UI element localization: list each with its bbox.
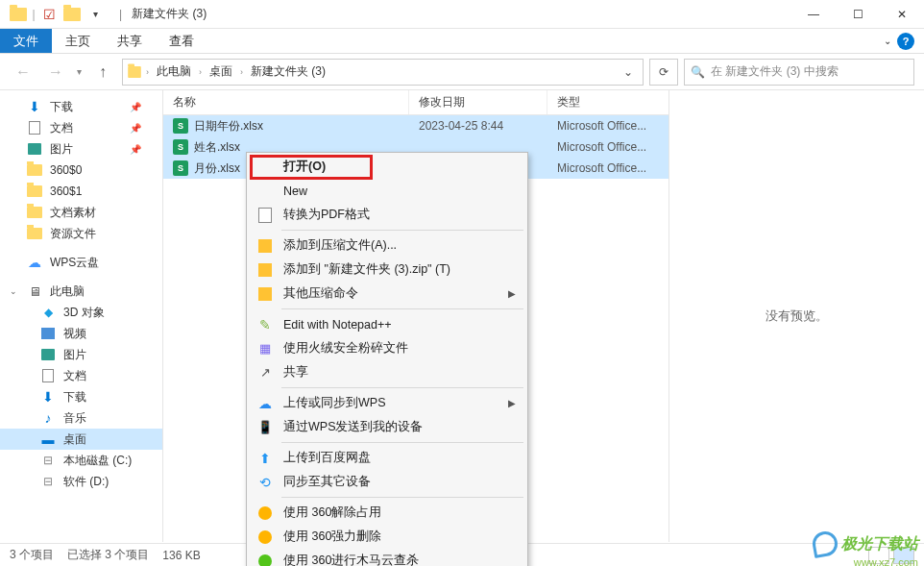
qat-overflow[interactable]: ▾: [85, 4, 106, 25]
titlebar: | ☑ ▾ | 新建文件夹 (3) — ☐ ✕: [0, 0, 924, 29]
music-icon: ♪: [40, 410, 56, 426]
nav-item[interactable]: ♪音乐: [0, 407, 162, 429]
nav-item[interactable]: 360$0: [0, 160, 162, 181]
pdf-icon: [256, 207, 274, 224]
crumb-pc[interactable]: 此电脑: [153, 62, 195, 82]
status-size: 136 KB: [162, 549, 200, 562]
search-box[interactable]: 🔍 在 新建文件夹 (3) 中搜索: [684, 59, 914, 86]
minimize-button[interactable]: —: [791, 0, 836, 29]
file-name: 日期年份.xlsx: [194, 118, 263, 135]
folder-icon[interactable]: [8, 4, 29, 25]
nav-item[interactable]: 文档: [0, 365, 162, 386]
nav-item[interactable]: ⬇下载📌: [0, 96, 162, 117]
history-dropdown[interactable]: ▾: [77, 66, 82, 77]
ctx-open[interactable]: 打开(O): [249, 155, 525, 179]
xlsx-icon: S: [173, 160, 188, 176]
ctx-360-scan[interactable]: 使用 360进行木马云查杀: [249, 549, 525, 566]
nav-this-pc[interactable]: ⌄ 🖥 此电脑: [0, 281, 162, 302]
nav-item[interactable]: 视频: [0, 323, 162, 344]
360-icon: [256, 553, 274, 567]
nav-item[interactable]: 文档素材: [0, 202, 162, 223]
header-type[interactable]: 类型: [547, 90, 669, 114]
back-button[interactable]: ←: [10, 59, 36, 86]
wps-cloud-icon: ☁: [256, 395, 274, 412]
address-bar[interactable]: › 此电脑 › 桌面 › 新建文件夹 (3) ⌄: [122, 59, 644, 86]
nav-label: 文档素材: [50, 205, 96, 221]
nav-label: 下载: [50, 99, 73, 115]
ctx-wps-sync[interactable]: ☁上传或同步到WPS▶: [249, 391, 525, 415]
ctx-add-zip[interactable]: 添加到 "新建文件夹 (3).zip" (T): [249, 258, 525, 282]
ctx-pdf[interactable]: 转换为PDF格式: [249, 203, 525, 227]
ribbon-help: ⌄ ?: [884, 29, 924, 53]
file-type: Microsoft Office...: [547, 119, 669, 133]
ctx-new[interactable]: New: [249, 179, 525, 203]
download-icon: ⬇: [40, 389, 56, 405]
ctx-360-unlock[interactable]: 使用 360解除占用: [249, 501, 525, 525]
refresh-button[interactable]: ⟳: [649, 59, 678, 86]
file-date: 2023-04-25 8:44: [409, 119, 547, 133]
folder-icon: [27, 205, 42, 220]
ctx-notepad[interactable]: ✎Edit with Notepad++: [249, 312, 525, 336]
close-button[interactable]: ✕: [880, 0, 924, 29]
header-name[interactable]: 名称: [163, 90, 409, 114]
search-icon: 🔍: [691, 65, 705, 79]
search-placeholder: 在 新建文件夹 (3) 中搜索: [711, 63, 839, 80]
nav-item[interactable]: ◆3D 对象: [0, 302, 162, 323]
archive-icon: [256, 261, 274, 279]
separator: [281, 230, 523, 231]
nav-wps-cloud[interactable]: ☁ WPS云盘: [0, 252, 162, 273]
nav-item[interactable]: 360$1: [0, 181, 162, 202]
nav-label: 本地磁盘 (C:): [63, 453, 132, 469]
up-button[interactable]: ↑: [89, 59, 116, 86]
checkbox-icon[interactable]: ☑: [38, 4, 60, 25]
nav-item[interactable]: 图片📌: [0, 138, 162, 160]
ctx-share[interactable]: ↗共享: [249, 360, 525, 384]
nav-item[interactable]: ⊟软件 (D:): [0, 471, 162, 492]
preview-text: 没有预览。: [766, 308, 828, 325]
nav-item[interactable]: ⊟本地磁盘 (C:): [0, 450, 162, 471]
folder-icon[interactable]: [61, 4, 83, 25]
folder-icon: [27, 162, 42, 178]
pin-icon: 📌: [130, 102, 141, 112]
nav-label: 文档: [50, 120, 73, 136]
chevron-right-icon[interactable]: ›: [240, 67, 243, 77]
ctx-add-archive[interactable]: 添加到压缩文件(A)...: [249, 234, 525, 258]
ribbon-tab-share[interactable]: 共享: [104, 29, 156, 53]
ribbon: 文件 主页 共享 查看 ⌄ ?: [0, 29, 924, 54]
collapse-icon[interactable]: ⌄: [10, 286, 17, 296]
quick-access-toolbar: | ☑ ▾: [0, 4, 106, 25]
ctx-sync-other[interactable]: ⟲同步至其它设备: [249, 470, 525, 494]
ctx-shred[interactable]: ▦使用火绒安全粉碎文件: [249, 336, 525, 360]
nav-label: 视频: [63, 326, 86, 342]
ctx-360-delete[interactable]: 使用 360强力删除: [249, 525, 525, 549]
ctx-baidu[interactable]: ⬆上传到百度网盘: [249, 446, 525, 470]
help-icon[interactable]: ?: [897, 33, 914, 50]
file-row[interactable]: S日期年份.xlsx2023-04-25 8:44Microsoft Offic…: [163, 115, 669, 136]
nav-item[interactable]: 图片: [0, 344, 162, 365]
ctx-other-zip[interactable]: 其他压缩命令▶: [249, 282, 525, 306]
context-menu: 打开(O) New 转换为PDF格式 添加到压缩文件(A)... 添加到 "新建…: [246, 152, 528, 566]
crumb-folder[interactable]: 新建文件夹 (3): [247, 62, 329, 82]
chevron-right-icon[interactable]: ›: [199, 67, 202, 77]
separator: [281, 442, 523, 443]
crumb-desktop[interactable]: 桌面: [206, 62, 236, 82]
desktop-icon: ▬: [40, 431, 56, 447]
doc-icon: [27, 120, 42, 135]
forward-button[interactable]: →: [42, 59, 69, 86]
ribbon-tab-view[interactable]: 查看: [156, 29, 207, 53]
ctx-wps-send[interactable]: 📱通过WPS发送到我的设备: [249, 415, 525, 439]
ribbon-collapse-icon[interactable]: ⌄: [884, 36, 891, 46]
share-icon: ↗: [256, 364, 274, 381]
address-dropdown[interactable]: ⌄: [618, 65, 639, 79]
nav-item[interactable]: ▬桌面: [0, 429, 162, 450]
ribbon-file-tab[interactable]: 文件: [0, 29, 52, 53]
separator: [281, 308, 523, 309]
ribbon-tab-home[interactable]: 主页: [52, 29, 104, 53]
drive-icon: ⊟: [40, 474, 56, 489]
nav-item[interactable]: 资源文件: [0, 223, 162, 244]
nav-item[interactable]: 文档📌: [0, 117, 162, 138]
maximize-button[interactable]: ☐: [836, 0, 880, 29]
chevron-right-icon[interactable]: ›: [146, 67, 149, 77]
nav-item[interactable]: ⬇下载: [0, 386, 162, 407]
header-date[interactable]: 修改日期: [409, 90, 547, 114]
